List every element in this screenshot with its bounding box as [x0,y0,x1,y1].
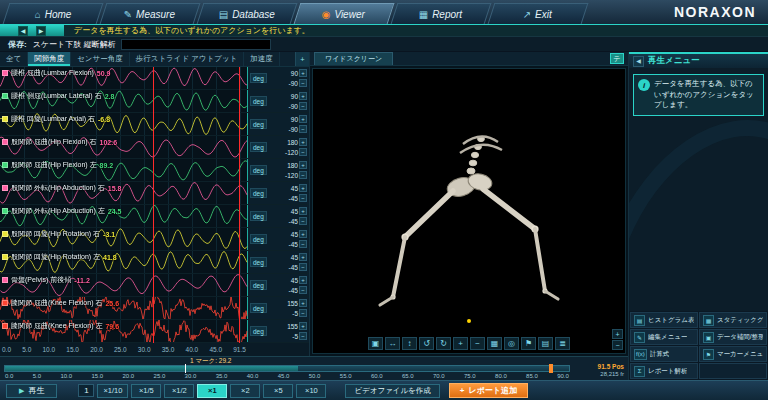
step-forward-icon[interactable]: ▶ [36,26,46,36]
unit-selector[interactable]: deg [250,119,267,129]
waveform-plot[interactable]: 腰椎 屈曲(Lumbar Flexion) 50.9 [0,67,248,89]
unit-selector[interactable]: deg [250,142,267,152]
range-increase-button[interactable]: + [299,115,307,123]
rotate-left-icon[interactable]: ↺ [419,337,434,350]
channel-row[interactable]: 股関節 屈曲(Hip Flexion) 左 89.2 deg 180 + -12… [0,159,309,182]
channel-color-swatch[interactable] [2,254,8,260]
unit-selector[interactable]: deg [250,73,267,83]
channel-row[interactable]: 股関節 回旋(Hip Rotation) 左 41.8 deg 45 + -45… [0,251,309,274]
waveform-plot[interactable]: 股関節 外転(Hip Abduction) 右 15.8 [0,182,248,204]
channel-row[interactable]: 腰椎 回旋(Lumbar Axial) 右 -6.8 deg 90 + -90 … [0,113,309,136]
range-increase-button[interactable]: + [299,92,307,100]
pan-vertical-icon[interactable]: ↕ [402,337,417,350]
add-channel-tab-button[interactable]: + [295,52,309,66]
waveform-plot[interactable]: 股関節 屈曲(Hip Flexion) 右 102.6 [0,136,248,158]
nav-tab-viewer[interactable]: ◉ Viewer [294,3,395,24]
window-edge-cursor[interactable] [239,67,240,343]
channel-tab[interactable]: 加速度 [244,52,280,66]
channel-row[interactable]: 膝関節 屈曲(Knee Flexion) 右 25.6 deg 155 + -5… [0,297,309,320]
viewer-3d-stage[interactable]: ▣↔↕↺↻+−▦◎⚑▤≣ +− [312,68,626,354]
range-decrease-button[interactable]: − [299,263,307,271]
playhead-cursor[interactable] [153,67,154,343]
range-increase-button[interactable]: + [299,322,307,330]
range-increase-button[interactable]: + [299,230,307,238]
channel-color-swatch[interactable] [2,116,8,122]
nav-tab-report[interactable]: ▦ Report [391,3,492,24]
waveform-plot[interactable]: 膝関節 屈曲(Knee Flexion) 右 25.6 [0,297,248,319]
nav-tab-exit[interactable]: ↗ Exit [488,3,589,24]
sidebar-menu-item[interactable]: f(x)計算式 [630,346,698,362]
timeline-playhead[interactable] [549,364,553,373]
speed-button-110[interactable]: ×1/10 [97,384,128,398]
speed-button-12[interactable]: ×1/2 [164,384,194,398]
channel-row[interactable]: 股関節 屈曲(Hip Flexion) 右 102.6 deg 180 + -1… [0,136,309,159]
range-decrease-button[interactable]: − [299,79,307,87]
pan-horizontal-icon[interactable]: ↔ [385,337,400,350]
waveform-plot[interactable]: 膝関節 屈曲(Knee Flexion) 左 79.6 [0,320,248,342]
save-name-input[interactable] [121,39,271,50]
range-increase-button[interactable]: + [299,138,307,146]
fit-view-icon[interactable]: ▣ [368,337,383,350]
range-increase-button[interactable]: + [299,184,307,192]
unit-selector[interactable]: deg [250,257,267,267]
nav-tab-measure[interactable]: ✎ Measure [100,3,201,24]
speed-button-10[interactable]: ×10 [296,384,326,398]
create-video-button[interactable]: ビデオファイルを作成 [345,384,439,398]
view-menu-icon[interactable]: ≣ [555,337,570,350]
channel-color-swatch[interactable] [2,323,8,329]
speed-button-5[interactable]: ×5 [263,384,293,398]
channel-row[interactable]: 股関節 外転(Hip Abduction) 左 24.5 deg 45 + -4… [0,205,309,228]
range-decrease-button[interactable]: − [299,194,307,202]
channel-color-swatch[interactable] [2,139,8,145]
range-decrease-button[interactable]: − [299,102,307,110]
range-decrease-button[interactable]: − [299,286,307,294]
waveform-plot[interactable]: 骨盤(Pelvis) 前後傾 -11.2 [0,274,248,296]
waveform-plot[interactable]: 腰椎 側屈(Lumbar Lateral) 右 2.8 [0,90,248,112]
loop-counter[interactable]: 1 [78,384,94,397]
sidebar-menu-item[interactable]: ▣データ補間/整形 [699,329,767,345]
range-increase-button[interactable]: + [299,276,307,284]
add-report-button[interactable]: + レポート追加 [449,383,528,398]
channel-color-swatch[interactable] [2,277,8,283]
viewer-side-button[interactable]: テ [610,53,624,64]
range-increase-button[interactable]: + [299,253,307,261]
zoom-in-icon[interactable]: + [453,337,468,350]
range-decrease-button[interactable]: − [299,332,307,340]
layers-icon[interactable]: ▤ [538,337,553,350]
speed-button-2[interactable]: ×2 [230,384,260,398]
play-button[interactable]: ▶ 再生 [6,384,57,398]
corner-zoom-out-icon[interactable]: − [612,340,623,350]
channel-row[interactable]: 腰椎 側屈(Lumbar Lateral) 右 2.8 deg 90 + -90… [0,90,309,113]
unit-selector[interactable]: deg [250,303,267,313]
channel-row[interactable]: 腰椎 屈曲(Lumbar Flexion) 50.9 deg 90 + -90 … [0,67,309,90]
marker-flag-icon[interactable]: ⚑ [521,337,536,350]
sidebar-menu-item[interactable]: ⚑マーカーメニュー [699,346,767,362]
channel-color-swatch[interactable] [2,70,8,76]
range-decrease-button[interactable]: − [299,171,307,179]
channel-color-swatch[interactable] [2,162,8,168]
sidebar-menu-item[interactable]: ✎編集メニュー [630,329,698,345]
viewer-tab[interactable]: ワイドスクリーン [314,52,393,65]
unit-selector[interactable]: deg [250,188,267,198]
range-decrease-button[interactable]: − [299,125,307,133]
channel-tab[interactable]: 歩行ストライド アウトプット [130,52,245,66]
sidebar-menu-item[interactable]: Σレポート解析 [630,363,698,379]
channel-color-swatch[interactable] [2,208,8,214]
channel-tab[interactable]: 全て [0,52,28,66]
unit-selector[interactable]: deg [250,280,267,290]
channel-color-swatch[interactable] [2,300,8,306]
speed-button-1[interactable]: ×1 [197,384,227,398]
channel-tab[interactable]: センサー角度 [71,52,130,66]
range-increase-button[interactable]: + [299,299,307,307]
center-target-icon[interactable]: ◎ [504,337,519,350]
unit-selector[interactable]: deg [250,96,267,106]
channel-color-swatch[interactable] [2,93,8,99]
sidebar-menu-item[interactable]: ▤ヒストグラム表示 [630,312,698,328]
range-increase-button[interactable]: + [299,161,307,169]
range-decrease-button[interactable]: − [299,148,307,156]
waveform-plot[interactable]: 股関節 回旋(Hip Rotation) 右 -3.1 [0,228,248,250]
nav-tab-home[interactable]: ⌂ Home [3,3,104,24]
unit-selector[interactable]: deg [250,211,267,221]
range-decrease-button[interactable]: − [299,240,307,248]
unit-selector[interactable]: deg [250,165,267,175]
